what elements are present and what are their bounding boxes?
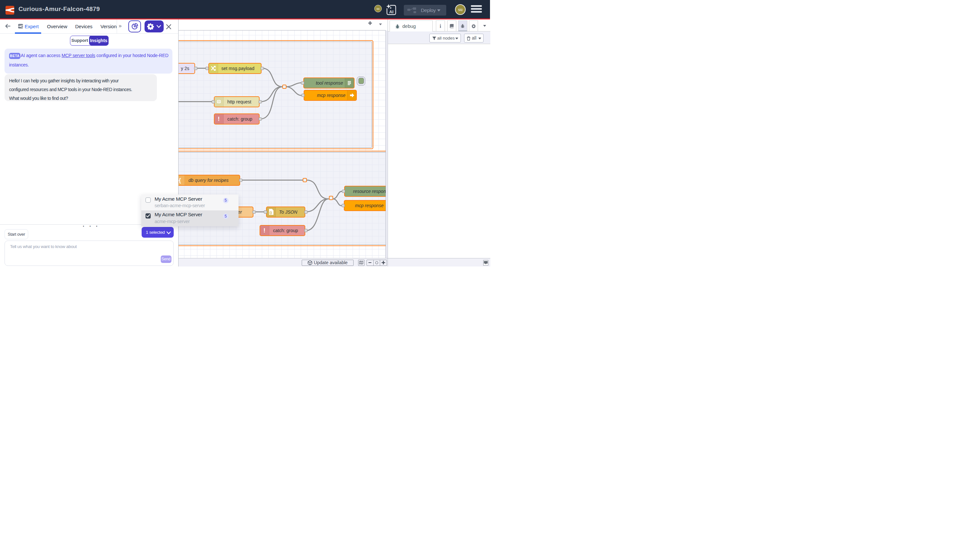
svg-text:AI: AI: [389, 10, 393, 14]
svg-text:{}: {}: [269, 211, 272, 214]
